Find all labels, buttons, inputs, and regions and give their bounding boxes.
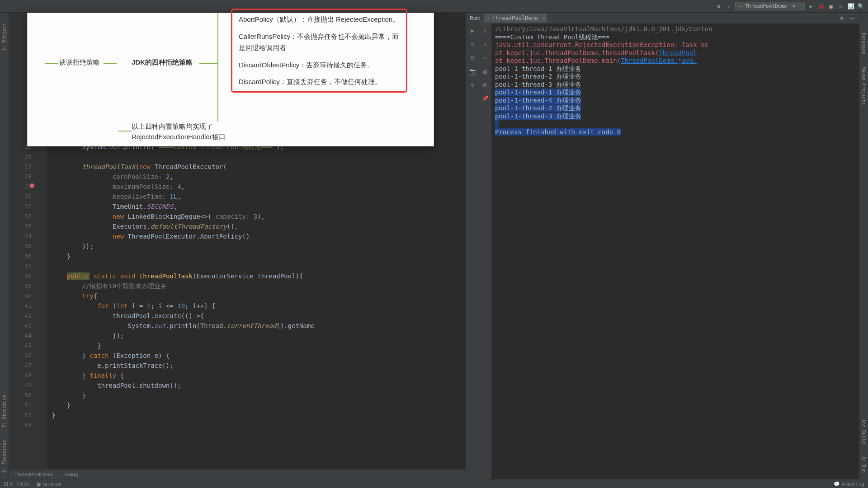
pause-icon[interactable]: ⏸	[468, 53, 477, 62]
event-log[interactable]: 💬 Event Log	[834, 481, 864, 487]
run-tab-label: ThreadPoolDemo	[492, 15, 538, 21]
wrap-icon[interactable]: ↩	[481, 53, 490, 62]
tool-run[interactable]: 3: Run	[861, 455, 866, 474]
up-icon[interactable]: ↑	[481, 26, 490, 35]
run-label: Run:	[470, 15, 480, 21]
close-icon[interactable]: ×	[542, 16, 545, 21]
breadcrumb-bar: ThreadPoolDemo › main()	[9, 469, 466, 479]
mind-root: 谈谈拒绝策略	[59, 58, 100, 67]
policy-abort: AbortPolicy（默认）：直接抛出 RejectedException。	[239, 14, 400, 25]
profiler-icon[interactable]: 📊	[847, 3, 854, 10]
sync-icon[interactable]: ↙	[725, 3, 732, 10]
run-icon[interactable]: ▶	[807, 3, 815, 10]
breakpoint-icon[interactable]	[30, 183, 34, 188]
exit-icon[interactable]: ⎋	[468, 80, 477, 89]
mindmap-overlay: 谈谈拒绝策略 JDK的四种拒绝策略 AbortPolicy（默认）：直接抛出 R…	[27, 13, 434, 146]
console-output[interactable]: /Library/Java/JavaVirtualMachines/jdk1.8…	[491, 23, 859, 479]
run-config-label: ThreadPoolDemo	[745, 3, 787, 9]
left-tool-strip: 1: Project 7: Structure 2: Favorites	[0, 13, 9, 479]
build-icon[interactable]: ⚙	[715, 3, 722, 10]
print-icon[interactable]: 🖨	[481, 67, 490, 76]
right-tool-strip: Database Maven Projects Ant Build 3: Run	[859, 13, 868, 479]
breadcrumb-class[interactable]: ThreadPoolDemo	[14, 472, 53, 477]
tool-structure[interactable]: 7: Structure	[2, 393, 7, 429]
bottom-tool-bar: ☑ 6: TODO ▣ Terminal 💬 Event Log	[0, 479, 868, 488]
policy-caller: CallerRunsPolicy：不会抛弃任务也不会抛出异常，而是回退给调用者	[239, 31, 400, 54]
rerun-icon[interactable]: ▶	[468, 26, 477, 35]
search-icon[interactable]: 🔍	[857, 3, 864, 10]
down-icon[interactable]: ↓	[481, 40, 490, 49]
policy-oldest: DiscardOldestPolicy：丢弃等待最久的任务。	[239, 59, 400, 71]
run-tab[interactable]: ▸ ThreadPoolDemo ×	[484, 14, 547, 23]
editor-panel: 谈谈拒绝策略 JDK的四种拒绝策略 AbortPolicy（默认）：直接抛出 R…	[9, 13, 466, 479]
tool-database[interactable]: Database	[861, 31, 866, 56]
tool-project[interactable]: 1: Project	[2, 22, 7, 52]
tool-maven[interactable]: Maven Projects	[861, 65, 866, 107]
run-header: Run: ▸ ThreadPoolDemo × ⚙ —	[466, 13, 859, 23]
stop-icon[interactable]: ■	[837, 3, 844, 10]
todo-tool[interactable]: ☑ 6: TODO	[4, 481, 30, 487]
camera-icon[interactable]: 📷	[468, 67, 477, 76]
run-sidebar: ▶ ■ ⏸ 📷 ⎋ ↑ ↓ ↩ 🖨 🗑 📌	[466, 23, 491, 479]
breadcrumb-method[interactable]: main()	[64, 472, 78, 477]
tool-favorites[interactable]: 2: Favorites	[2, 438, 7, 474]
run-config-selector[interactable]: ▸ ThreadPoolDemo ▾	[735, 2, 805, 10]
debug-icon[interactable]: 🐞	[817, 3, 825, 10]
terminal-tool[interactable]: ▣ Terminal	[36, 481, 61, 487]
main-toolbar: ⚙ ↙ ▸ ThreadPoolDemo ▾ ▶ 🐞 ▣ ■ 📊 🔍	[0, 0, 868, 13]
clear-icon[interactable]: 🗑	[481, 80, 490, 89]
run-panel: Run: ▸ ThreadPoolDemo × ⚙ — ▶ ■ ⏸ 📷 ⎋	[466, 13, 859, 479]
mind-policies-box: AbortPolicy（默认）：直接抛出 RejectedException。 …	[231, 9, 407, 93]
policy-discard: DiscardPolicy：直接丢弃任务，不做任何处理。	[239, 76, 400, 88]
minimize-icon[interactable]: —	[848, 14, 855, 22]
settings-icon[interactable]: ⚙	[838, 14, 845, 22]
pin-icon[interactable]: 📌	[481, 94, 490, 103]
stop-run-icon[interactable]: ■	[468, 40, 477, 49]
mind-note: 以上四种内置策略均实现了RejectedExecutionHandler接口	[132, 122, 267, 142]
mind-branch: JDK的四种拒绝策略	[132, 58, 193, 67]
tool-ant[interactable]: Ant Build	[861, 418, 866, 446]
main-layout: 1: Project 7: Structure 2: Favorites 谈谈拒…	[0, 13, 868, 479]
coverage-icon[interactable]: ▣	[827, 3, 835, 10]
